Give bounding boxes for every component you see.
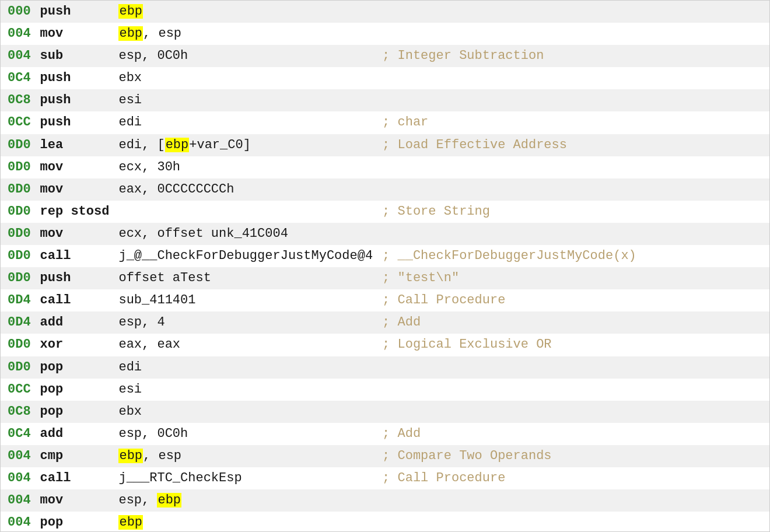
- operands-cell: sub_411401: [114, 289, 377, 312]
- operand-text: esi: [118, 382, 142, 397]
- operand-text: sub_411401: [118, 293, 195, 307]
- operands-cell: edi: [114, 356, 377, 379]
- operands-cell: ebp, esp: [114, 23, 377, 45]
- operand-text: +var_C0]: [189, 138, 251, 152]
- table-row: 0D0callj_@__CheckForDebuggerJustMyCode@4…: [1, 245, 769, 267]
- operands-cell: ebp, esp: [114, 445, 377, 467]
- operands-cell: esi: [114, 89, 377, 111]
- mnemonic-cell: add: [36, 312, 114, 334]
- mnemonic-cell: mov: [36, 223, 114, 245]
- disassembly-container: 000pushebp004movebp, esp004subesp, 0C0h;…: [0, 0, 770, 532]
- offset-cell: 004: [1, 445, 36, 467]
- operand-text: edi, [: [118, 138, 164, 152]
- mnemonic-cell: mov: [36, 156, 114, 178]
- table-row: 004popebp: [1, 512, 769, 532]
- operand-text: esp,: [118, 493, 157, 508]
- table-row: 0D0rep stosd; Store String: [1, 201, 769, 223]
- mnemonic-cell: call: [36, 467, 114, 489]
- offset-cell: 0C8: [1, 89, 36, 111]
- comment-cell: [377, 401, 769, 423]
- code-table: 000pushebp004movebp, esp004subesp, 0C0h;…: [1, 1, 769, 532]
- highlighted-register: ebp: [118, 26, 143, 41]
- comment-cell: ; Call Procedure: [377, 467, 769, 489]
- table-row: 0D0xoreax, eax; Logical Exclusive OR: [1, 334, 769, 356]
- table-row: 0D0pushoffset aTest; "test\n": [1, 267, 769, 289]
- offset-cell: 004: [1, 23, 36, 45]
- operand-text: ebx: [118, 404, 142, 419]
- mnemonic-cell: pop: [36, 379, 114, 401]
- table-row: 0D0movecx, offset unk_41C004: [1, 223, 769, 245]
- operand-text: esp, 0C0h: [118, 48, 188, 63]
- mnemonic-cell: push: [36, 67, 114, 89]
- operands-cell: offset aTest: [114, 267, 377, 289]
- table-row: 004callj___RTC_CheckEsp; Call Procedure: [1, 467, 769, 489]
- offset-cell: 0D0: [1, 223, 36, 245]
- operands-cell: esp, 4: [114, 312, 377, 334]
- comment-cell: ; Add: [377, 312, 769, 334]
- table-row: 0C8pushesi: [1, 89, 769, 111]
- offset-cell: 0D0: [1, 156, 36, 178]
- comment-cell: [377, 89, 769, 111]
- operands-cell: [114, 201, 377, 223]
- offset-cell: 0D0: [1, 201, 36, 223]
- mnemonic-cell: mov: [36, 178, 114, 201]
- mnemonic-cell: pop: [36, 356, 114, 379]
- offset-cell: 0D4: [1, 289, 36, 312]
- table-row: 0C4addesp, 0C0h; Add: [1, 423, 769, 445]
- highlighted-register: ebp: [157, 493, 181, 508]
- table-row: 0D0leaedi, [ebp+var_C0]; Load Effective …: [1, 134, 769, 156]
- operand-text: j___RTC_CheckEsp: [118, 471, 242, 485]
- comment-cell: ; Logical Exclusive OR: [377, 334, 769, 356]
- comment-cell: [377, 512, 769, 532]
- mnemonic-cell: call: [36, 289, 114, 312]
- comment-cell: ; "test\n": [377, 267, 769, 289]
- operand-text: edi: [118, 115, 142, 130]
- operands-cell: edi, [ebp+var_C0]: [114, 134, 377, 156]
- mnemonic-cell: cmp: [36, 445, 114, 467]
- table-row: 0C4pushebx: [1, 67, 769, 89]
- comment-cell: ; __CheckForDebuggerJustMyCode(x): [377, 245, 769, 267]
- operand-text: , esp: [143, 26, 181, 41]
- mnemonic-cell: pop: [36, 401, 114, 423]
- table-row: 0D0moveax, 0CCCCCCCCh: [1, 178, 769, 201]
- comment-cell: [377, 23, 769, 45]
- operands-cell: eax, 0CCCCCCCCh: [114, 178, 377, 201]
- offset-cell: 0C4: [1, 423, 36, 445]
- comment-cell: [377, 67, 769, 89]
- offset-cell: 004: [1, 45, 36, 67]
- offset-cell: 0D0: [1, 356, 36, 379]
- table-row: 0D0popedi: [1, 356, 769, 379]
- mnemonic-cell: sub: [36, 45, 114, 67]
- table-row: 000pushebp: [1, 1, 769, 23]
- comment-cell: ; char: [377, 111, 769, 134]
- comment-cell: [377, 489, 769, 512]
- comment-cell: ; Call Procedure: [377, 289, 769, 312]
- offset-cell: 0D4: [1, 312, 36, 334]
- offset-cell: 0D0: [1, 334, 36, 356]
- operand-text: esi: [118, 93, 142, 107]
- operand-text: esp, 4: [118, 315, 164, 330]
- offset-cell: 000: [1, 1, 36, 23]
- offset-cell: 004: [1, 512, 36, 532]
- table-row: 0D4addesp, 4; Add: [1, 312, 769, 334]
- offset-cell: 004: [1, 489, 36, 512]
- comment-cell: [377, 1, 769, 23]
- mnemonic-cell: xor: [36, 334, 114, 356]
- comment-cell: ; Compare Two Operands: [377, 445, 769, 467]
- operands-cell: esi: [114, 379, 377, 401]
- highlighted-register: ebp: [118, 4, 143, 19]
- table-row: 0CCpopesi: [1, 379, 769, 401]
- table-row: 0D4callsub_411401; Call Procedure: [1, 289, 769, 312]
- table-row: 004subesp, 0C0h; Integer Subtraction: [1, 45, 769, 67]
- operands-cell: esp, ebp: [114, 489, 377, 512]
- comment-cell: [377, 223, 769, 245]
- mnemonic-cell: mov: [36, 489, 114, 512]
- table-row: 0CCpushedi; char: [1, 111, 769, 134]
- comment-cell: [377, 356, 769, 379]
- comment-cell: ; Integer Subtraction: [377, 45, 769, 67]
- table-row: 004movesp, ebp: [1, 489, 769, 512]
- operands-cell: ebp: [114, 1, 377, 23]
- highlighted-register: ebp: [118, 515, 143, 530]
- operands-cell: ebp: [114, 512, 377, 532]
- mnemonic-cell: push: [36, 89, 114, 111]
